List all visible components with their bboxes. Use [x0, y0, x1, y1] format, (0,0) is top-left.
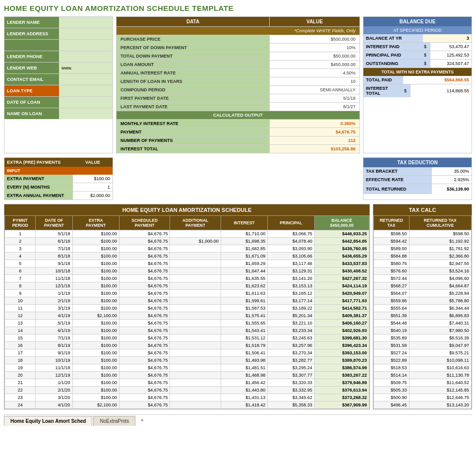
monthly-rate-val: 0.380%	[270, 120, 360, 128]
lender-address-value[interactable]	[59, 28, 113, 39]
cell-period: 19	[5, 364, 36, 372]
cell-ret-tax: $568.27	[374, 282, 410, 290]
lender-name-value[interactable]	[59, 17, 113, 28]
cell-ret-cum: $5,788.80	[409, 297, 471, 305]
cell-interest: $1,493.98	[221, 357, 267, 364]
lender-phone-value[interactable]	[59, 51, 113, 62]
cell-balance: $417,771.93	[314, 297, 369, 305]
cell-ret-cum: $6,344.44	[409, 305, 471, 312]
cell-period: 5	[5, 260, 36, 267]
tab-add-button[interactable]: +	[136, 415, 148, 426]
table-row: 4 8/1/18 $100.00 $4,676.75 $1,671.09 $3,…	[5, 253, 369, 260]
table-row: $496.45 $13,143.20	[374, 401, 472, 409]
first-payment-val[interactable]: 5/1/18	[270, 94, 360, 103]
cell-ret-cum: $9,047.97	[409, 342, 471, 349]
interest-total-balance-label: INTEREST TOTAL	[363, 84, 403, 97]
cell-balance: $427,267.32	[314, 275, 369, 282]
cell-ret-tax: $594.42	[374, 238, 410, 245]
effective-rate-row: EFFECTIVE RATE 2.925%	[363, 176, 472, 184]
cell-scheduled: $4,676.75	[119, 320, 170, 327]
cell-date: 2/1/20	[36, 387, 72, 394]
annual-rate-val[interactable]: 4.50%	[270, 69, 360, 77]
tables-section: HOME EQUITY LOAN AMORTIZATION SCHEDULE P…	[4, 204, 472, 409]
cell-date: 12/1/18	[36, 282, 72, 290]
loan-type-value[interactable]	[59, 85, 113, 96]
cell-scheduled: $4,676.75	[119, 394, 170, 401]
extra-payment-row: EXTRA PAYMENT $100.00	[4, 175, 113, 183]
cell-scheduled: $4,676.75	[119, 253, 170, 260]
tab-home-equity[interactable]: Home Equity Loan Amort Sched	[4, 416, 92, 426]
cell-ret-cum: $11,640.52	[409, 379, 471, 387]
table-row: $535.89 $8,516.39	[374, 334, 472, 342]
cell-date: 9/1/18	[36, 260, 72, 267]
extra-annual-val[interactable]: $2,000.00	[73, 192, 113, 200]
lender-address2-value[interactable]	[59, 40, 113, 51]
balance-at-yr-row: BALANCE AT YR 3	[363, 34, 472, 43]
extra-header-row: EXTRA (PRE) PAYMENTS VALUE	[4, 158, 113, 167]
lender-web-row: LENDER WEB www.	[4, 63, 113, 74]
cell-ret-tax: $527.24	[374, 349, 410, 357]
compound-val[interactable]: SEMI-ANNUALLY	[270, 86, 360, 94]
cell-extra: $100.00	[72, 253, 119, 260]
purchase-price-val[interactable]: $500,000.00	[270, 35, 360, 44]
cell-balance: $420,949.07	[314, 290, 369, 297]
lender-address2-row	[4, 40, 113, 51]
cell-date: 2/1/19	[36, 297, 72, 305]
cell-interest: $1,587.53	[221, 305, 267, 312]
contact-email-value[interactable]	[59, 74, 113, 85]
table-row: $544.48 $7,440.31	[374, 320, 472, 327]
cell-ret-cum: $1,192.92	[409, 238, 471, 245]
cell-date: 9/1/19	[36, 349, 72, 357]
table-row: 16 8/1/19 $100.00 $4,676.75 $1,518.79 $3…	[5, 342, 369, 349]
cell-extra: $2,100.00	[72, 401, 119, 409]
cell-ret-tax: $598.50	[374, 230, 410, 238]
cell-principal: $3,257.96	[268, 342, 314, 349]
balance-due-header: BALANCE DUE	[363, 17, 472, 26]
cell-balance: $439,760.95	[314, 245, 369, 253]
cell-date: 7/1/18	[36, 245, 72, 253]
balance-at-yr-val[interactable]: 3	[423, 34, 472, 42]
cell-ret-cum: $3,524.16	[409, 267, 471, 275]
cell-interest: $1,698.35	[221, 238, 267, 245]
cell-principal: $3,295.24	[268, 364, 314, 372]
cell-scheduled: $4,676.75	[119, 342, 170, 349]
cell-balance: $433,537.83	[314, 260, 369, 267]
tabs-bar: Home Equity Loan Amort Sched NoExtraPmts…	[4, 414, 472, 426]
loan-years-val[interactable]: 10	[270, 77, 360, 86]
top-section: LENDER NAME LENDER ADDRESS LENDER PHONE …	[4, 16, 472, 153]
interest-paid-row: INTEREST PAID $ 53,470.47	[363, 43, 472, 51]
table-row: 11 3/1/19 $100.00 $4,676.75 $1,587.53 $3…	[5, 305, 369, 312]
date-of-loan-row: DATE OF LOAN	[4, 97, 113, 108]
table-row: $598.50 $598.50	[374, 230, 472, 238]
cell-balance: $399,681.30	[314, 334, 369, 342]
tax-calc-header: TAX CALC	[373, 204, 472, 215]
cell-ret-tax: $496.45	[374, 401, 410, 409]
col-scheduled: SCHEDULEDPAYMENT	[119, 216, 170, 230]
every-n-months-label: EVERY (N) MONTHS	[4, 183, 73, 191]
cell-date: 10/1/19	[36, 357, 72, 364]
cell-ret-cum: $598.50	[409, 230, 471, 238]
cell-scheduled: $4,676.75	[119, 387, 170, 394]
loan-type-label: LOAN TYPE	[4, 85, 59, 96]
table-row: $522.89 $10,098.11	[374, 357, 472, 364]
cell-interest: $1,611.63	[221, 290, 267, 297]
every-n-months-val[interactable]: 1	[73, 183, 113, 191]
loan-amount-label: LOAN AMOUNT	[117, 61, 270, 69]
lender-phone-label: LENDER PHONE	[4, 51, 59, 62]
tax-bracket-val[interactable]: 35.00%	[432, 167, 472, 175]
cell-additional	[170, 230, 221, 238]
cell-additional	[170, 379, 221, 387]
name-on-loan-value[interactable]	[59, 108, 113, 119]
down-pct-val[interactable]: 10%	[270, 44, 360, 52]
lender-web-value[interactable]: www.	[59, 63, 113, 73]
cell-balance: $446,933.25	[314, 230, 369, 238]
extra-payment-val[interactable]: $100.00	[73, 175, 113, 183]
cell-extra: $100.00	[72, 327, 119, 334]
cell-additional	[170, 334, 221, 342]
principal-paid-label: PRINCIPAL PAID	[363, 51, 423, 59]
cell-period: 17	[5, 349, 36, 357]
date-of-loan-value[interactable]	[59, 97, 113, 108]
cell-ret-cum: $12,145.85	[409, 387, 471, 394]
tab-no-extra[interactable]: NoExtraPmts	[93, 416, 135, 426]
cell-interest: $1,575.41	[221, 312, 267, 320]
